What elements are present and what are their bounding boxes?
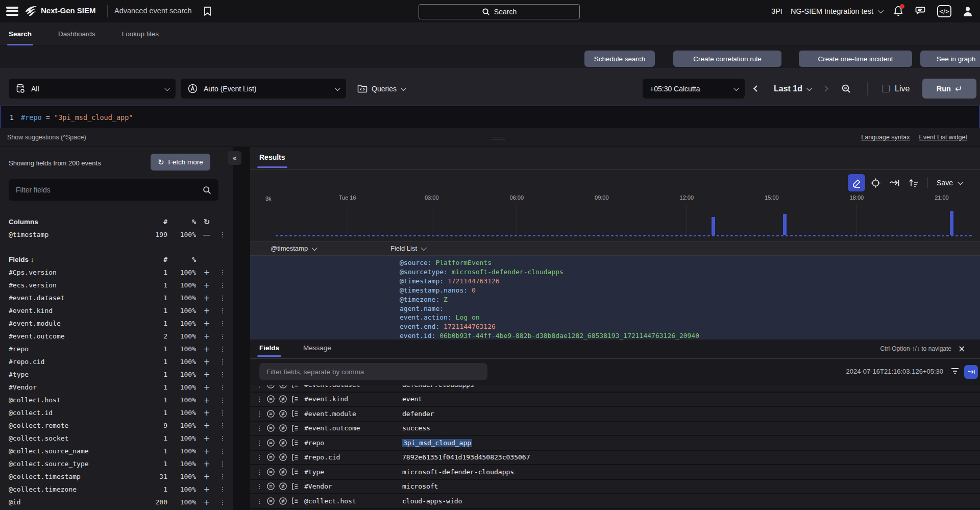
inspector-field-row[interactable]: ⋮@collect.hostcloud-apps-wido (250, 494, 980, 509)
field-row[interactable]: @id200100%+⋮ (9, 496, 228, 508)
row-menu-icon[interactable]: ⋮ (254, 468, 264, 476)
schedule-search-button[interactable]: Schedule search (584, 51, 655, 67)
add-column-icon[interactable]: + (196, 396, 217, 405)
inspector-tab-fields[interactable]: Fields (259, 344, 279, 352)
row-menu-icon[interactable]: ⋮ (254, 385, 264, 388)
time-back-button[interactable] (754, 79, 759, 99)
row-menu-icon[interactable]: ⋮ (217, 332, 228, 340)
list-values-icon[interactable] (289, 439, 301, 447)
notifications-button[interactable] (893, 6, 903, 17)
row-menu-icon[interactable]: ⋮ (254, 410, 264, 418)
create-one-time-incident-button[interactable]: Create one-time incident (799, 51, 912, 67)
field-row[interactable]: #event.outcome2100%+⋮ (9, 330, 228, 343)
inspector-tab-message[interactable]: Message (303, 344, 331, 352)
timezone-dropdown[interactable]: +05:30 Calcutta (643, 79, 745, 99)
query-editor[interactable]: 1 #repo = "3pi_msd_cloud_app" (0, 106, 980, 128)
add-column-icon[interactable]: + (196, 370, 217, 379)
messages-button[interactable] (915, 6, 926, 17)
filter-equals-icon[interactable] (264, 409, 277, 418)
field-row[interactable]: #event.module1100%+⋮ (9, 317, 228, 330)
field-row[interactable]: @timestamp199100%—⋮ (9, 228, 228, 241)
histogram-bar[interactable] (712, 217, 715, 235)
filter-equals-icon[interactable] (264, 468, 277, 476)
row-menu-icon[interactable]: ⋮ (217, 320, 228, 327)
filter-not-equals-icon[interactable] (277, 395, 289, 403)
add-column-icon[interactable]: + (196, 306, 217, 315)
create-correlation-rule-button[interactable]: Create correlation rule (673, 51, 781, 67)
fetch-more-button[interactable]: ↻ Fetch more (151, 154, 210, 171)
see-in-graph-button[interactable]: See in graph (920, 51, 980, 67)
field-row[interactable]: @collect.source_name1100%+⋮ (9, 445, 228, 457)
hamburger-menu-icon[interactable] (6, 6, 18, 17)
row-menu-icon[interactable]: ⋮ (217, 294, 228, 302)
nav-tab-dashboards[interactable]: Dashboards (58, 22, 95, 45)
add-column-icon[interactable]: + (196, 345, 217, 354)
row-menu-icon[interactable]: ⋮ (254, 482, 264, 490)
add-column-icon[interactable]: + (196, 485, 217, 494)
row-menu-icon[interactable]: ⋮ (217, 396, 228, 404)
list-values-icon[interactable] (289, 453, 301, 462)
jump-to-latest-button[interactable] (886, 174, 903, 191)
field-row[interactable]: @collect.timezone1100%+⋮ (9, 483, 228, 496)
add-column-icon[interactable]: + (196, 408, 217, 418)
field-row[interactable]: #Cps.version1100%+⋮ (9, 266, 228, 279)
filter-not-equals-icon[interactable] (277, 482, 289, 491)
row-menu-icon[interactable]: ⋮ (217, 460, 228, 468)
row-menu-icon[interactable]: ⋮ (217, 269, 228, 276)
selected-event-detail[interactable]: @source: PlatformEvents@sourcetype: micr… (250, 256, 980, 339)
filter-not-equals-icon[interactable] (277, 385, 289, 389)
filter-not-equals-icon[interactable] (277, 453, 289, 462)
collapse-sidebar-button[interactable]: « (228, 151, 241, 165)
row-menu-icon[interactable]: ⋮ (217, 383, 228, 391)
row-menu-icon[interactable]: ⋮ (217, 358, 228, 366)
row-menu-icon[interactable]: ⋮ (217, 371, 228, 378)
list-values-icon[interactable] (289, 385, 301, 388)
remove-column-icon[interactable]: — (196, 230, 217, 239)
add-column-icon[interactable]: + (196, 434, 217, 443)
add-column-icon[interactable]: + (196, 498, 217, 507)
falcon-logo-icon[interactable] (23, 4, 38, 18)
view-selector-dropdown[interactable]: All (9, 79, 176, 99)
field-row[interactable]: @collect.source_type1100%+⋮ (9, 457, 228, 470)
row-menu-icon[interactable]: ⋮ (217, 231, 228, 238)
field-filter-input[interactable] (16, 186, 203, 194)
filter-not-equals-icon[interactable] (277, 424, 289, 432)
run-query-button[interactable]: Run ↵ (922, 79, 976, 99)
list-values-icon[interactable] (289, 497, 301, 505)
bookmark-icon[interactable] (203, 6, 212, 16)
add-column-icon[interactable]: + (196, 294, 217, 303)
filter-equals-icon[interactable] (264, 482, 277, 491)
row-menu-icon[interactable]: ⋮ (254, 395, 264, 403)
inspector-filter-input[interactable] (259, 363, 487, 380)
field-row[interactable]: #event.kind1100%+⋮ (9, 304, 228, 317)
api-console-button[interactable]: </> (937, 5, 951, 17)
row-menu-icon[interactable]: ⋮ (217, 447, 228, 455)
inspector-field-row[interactable]: ⋮#repo.cid7892e61351f041d193d450823c0350… (250, 451, 980, 466)
filter-equals-icon[interactable] (264, 385, 277, 389)
field-row[interactable]: @collect.timestamp31100%+⋮ (9, 470, 228, 483)
row-menu-icon[interactable]: ⋮ (217, 307, 228, 314)
language-syntax-link[interactable]: Language syntax (861, 134, 910, 141)
row-menu-icon[interactable]: ⋮ (254, 439, 264, 447)
row-menu-icon[interactable]: ⋮ (217, 422, 228, 429)
add-column-icon[interactable]: + (196, 268, 217, 277)
row-menu-icon[interactable]: ⋮ (217, 434, 228, 442)
list-values-icon[interactable] (289, 424, 301, 432)
histogram-bar[interactable] (783, 214, 787, 235)
add-column-icon[interactable]: + (196, 357, 217, 367)
row-menu-icon[interactable]: ⋮ (217, 345, 228, 353)
refresh-columns-icon[interactable]: ↻ (196, 217, 217, 227)
add-column-icon[interactable]: + (196, 472, 217, 481)
add-column-icon[interactable]: + (196, 421, 217, 430)
field-row[interactable]: @collect.remote9100%+⋮ (9, 419, 228, 432)
row-menu-icon[interactable]: ⋮ (254, 497, 264, 505)
filter-not-equals-icon[interactable] (277, 439, 289, 447)
field-row[interactable]: @collect.socket1100%+⋮ (9, 432, 228, 445)
filter-not-equals-icon[interactable] (277, 409, 289, 418)
tab-results[interactable]: Results (259, 153, 285, 161)
inspector-field-row[interactable]: ⋮#event.kindevent (250, 393, 980, 407)
filter-icon[interactable] (950, 368, 960, 375)
row-menu-icon[interactable]: ⋮ (254, 424, 264, 432)
zoom-out-time-button[interactable] (841, 79, 851, 99)
add-column-icon[interactable]: + (196, 447, 217, 456)
